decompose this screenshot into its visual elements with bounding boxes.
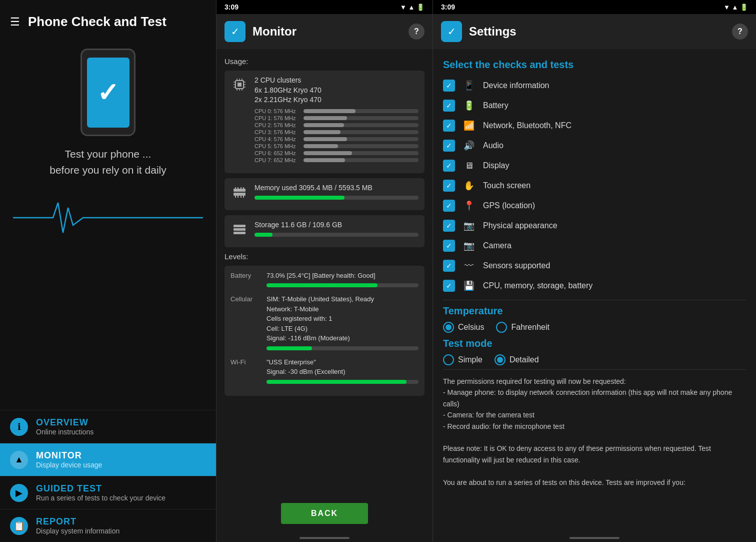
check-item-icon-3: 🔊 <box>462 139 476 153</box>
fahrenheit-option[interactable]: Fahrenheit <box>496 322 550 333</box>
sidebar-item-monitor[interactable]: ▲ MONITOR Display device usage <box>0 443 216 476</box>
cellular-level-row: Cellular SIM: T-Mobile (United States), … <box>230 294 418 350</box>
check-item-icon-8: 📷 <box>462 239 476 253</box>
check-item[interactable]: ✓ 📱 Device information <box>443 76 746 96</box>
detailed-option[interactable]: Detailed <box>494 354 539 365</box>
svg-rect-16 <box>235 187 236 189</box>
checkbox-6[interactable]: ✓ <box>443 200 455 212</box>
cellular-text: SIM: T-Mobile (United States), ReadyNetw… <box>266 294 418 343</box>
back-btn-wrap: BACK <box>216 497 432 534</box>
checkbox-2[interactable]: ✓ <box>443 120 455 132</box>
checkbox-10[interactable]: ✓ <box>443 280 455 292</box>
cpu-block: 2 CPU clusters 6x 1.80GHz Kryo 470 2x 2.… <box>224 71 424 173</box>
back-button[interactable]: BACK <box>281 503 368 524</box>
simple-radio[interactable] <box>443 354 454 365</box>
usage-label: Usage: <box>224 57 424 66</box>
memory-text: Memory used 3095.4 MB / 5593.5 MB <box>254 183 418 193</box>
cpu-bar-fill <box>304 144 338 148</box>
svg-rect-19 <box>243 187 244 189</box>
cpu-core-row: CPU 1: 576 MHz <box>254 115 418 121</box>
cpu-bar-fill <box>304 130 340 134</box>
wifi-content: "USS Enterprise"Signal: -30 dBm (Excelle… <box>266 357 418 384</box>
monitor-header: ✓ Monitor ? <box>216 14 432 49</box>
sidebar-item-overview[interactable]: ℹ OVERVIEW Online instructions <box>0 410 216 443</box>
home-indicator <box>300 537 350 539</box>
test-mode-radio-row: Simple Detailed <box>443 354 746 365</box>
cellular-progress-fill <box>266 346 312 350</box>
overview-subtitle: Online instructions <box>36 428 94 436</box>
cpu-bar-bg <box>304 116 418 120</box>
check-item[interactable]: ✓ 📶 Network, Bluetooth, NFC <box>443 116 746 136</box>
check-item-label-8: Camera <box>483 241 512 250</box>
cpu-freq-label: CPU 2: 576 MHz <box>254 122 300 128</box>
celsius-option[interactable]: Celsius <box>443 322 484 333</box>
check-item[interactable]: ✓ 🔊 Audio <box>443 136 746 156</box>
check-item-label-7: Physical appearance <box>483 221 558 230</box>
detailed-label: Detailed <box>510 355 539 364</box>
checkbox-7[interactable]: ✓ <box>443 220 455 232</box>
check-item-icon-7: 📷 <box>462 219 476 233</box>
checkbox-8[interactable]: ✓ <box>443 240 455 252</box>
checks-section-title: Select the checks and tests <box>443 59 746 71</box>
check-item[interactable]: ✓ ✋ Touch screen <box>443 176 746 196</box>
detailed-radio[interactable] <box>494 354 506 365</box>
check-item[interactable]: ✓ 📷 Camera <box>443 236 746 256</box>
simple-option[interactable]: Simple <box>443 354 482 365</box>
celsius-radio[interactable] <box>443 322 454 333</box>
hamburger-icon[interactable]: ☰ <box>10 16 20 29</box>
check-item-label-10: CPU, memory, storage, battery <box>483 281 592 290</box>
check-item[interactable]: ✓ 🖥 Display <box>443 156 746 176</box>
cellular-progress-bg <box>266 346 418 350</box>
check-item[interactable]: ✓ 💾 CPU, memory, storage, battery <box>443 276 746 296</box>
cpu-clusters: 2 CPU clusters 6x 1.80GHz Kryo 470 2x 2.… <box>254 76 418 105</box>
sidebar-item-report[interactable]: 📋 REPORT Display system information <box>0 509 216 542</box>
monitor-title: MONITOR <box>36 450 102 461</box>
check-item[interactable]: ✓ 〰 Sensors supported <box>443 256 746 276</box>
divider-1 <box>443 300 746 300</box>
temperature-section: Temperature Celsius Fahrenheit <box>443 305 746 333</box>
check-item-label-6: GPS (location) <box>483 201 535 210</box>
checkbox-3[interactable]: ✓ <box>443 140 455 152</box>
settings-help-button[interactable]: ? <box>732 24 748 40</box>
heartbeat-svg <box>13 198 203 238</box>
checkbox-1[interactable]: ✓ <box>443 100 455 112</box>
overview-title: OVERVIEW <box>36 417 94 428</box>
cpu-core-row: CPU 6: 652 MHz <box>254 150 418 156</box>
check-item[interactable]: ✓ 📍 GPS (location) <box>443 196 746 216</box>
checkbox-9[interactable]: ✓ <box>443 260 455 272</box>
fahrenheit-label: Fahrenheit <box>511 323 550 332</box>
check-item-icon-9: 〰 <box>462 259 476 273</box>
right-status-icons: ▼ ▲ 🔋 <box>724 4 748 11</box>
cpu-icon <box>230 76 248 94</box>
memory-progress-fill <box>254 196 344 200</box>
checkbox-5[interactable]: ✓ <box>443 180 455 192</box>
check-item-label-5: Touch screen <box>483 181 530 190</box>
right-home-indicator <box>570 537 620 539</box>
cpu-bar-fill <box>304 158 345 162</box>
check-item[interactable]: ✓ 📷 Physical appearance <box>443 216 746 236</box>
cpu-bar-bg <box>304 158 418 162</box>
checkbox-4[interactable]: ✓ <box>443 160 455 172</box>
battery-level-row: Battery 73.0% [25.4°C] [Battery health: … <box>230 271 418 288</box>
cpu-bar-fill <box>304 109 356 113</box>
cpu-core-row: CPU 0: 576 MHz <box>254 108 418 114</box>
wifi-progress-bg <box>266 380 418 384</box>
cpu-bar-bg <box>304 130 418 134</box>
check-item[interactable]: ✓ 🔋 Battery <box>443 96 746 116</box>
fahrenheit-radio[interactable] <box>496 322 507 333</box>
right-time: 3:09 <box>441 3 455 11</box>
cpu-details: 2 CPU clusters 6x 1.80GHz Kryo 470 2x 2.… <box>254 76 418 164</box>
phone-hero: ✓ Test your phone ... before you rely on… <box>0 44 216 410</box>
checkbox-0[interactable]: ✓ <box>443 80 455 92</box>
sidebar-item-guided-test[interactable]: ▶ GUIDED TEST Run a series of tests to c… <box>0 476 216 509</box>
svg-rect-25 <box>234 228 246 231</box>
svg-rect-26 <box>234 232 246 234</box>
test-mode-label: Test mode <box>443 338 746 349</box>
memory-progress-bg <box>254 196 418 200</box>
storage-icon <box>230 220 248 238</box>
monitor-help-button[interactable]: ? <box>408 24 424 40</box>
cpu-bar-fill <box>304 151 352 155</box>
cpu-freq-label: CPU 4: 576 MHz <box>254 136 300 142</box>
monitor-subtitle: Display device usage <box>36 461 102 469</box>
battery-progress-fill <box>266 283 378 287</box>
